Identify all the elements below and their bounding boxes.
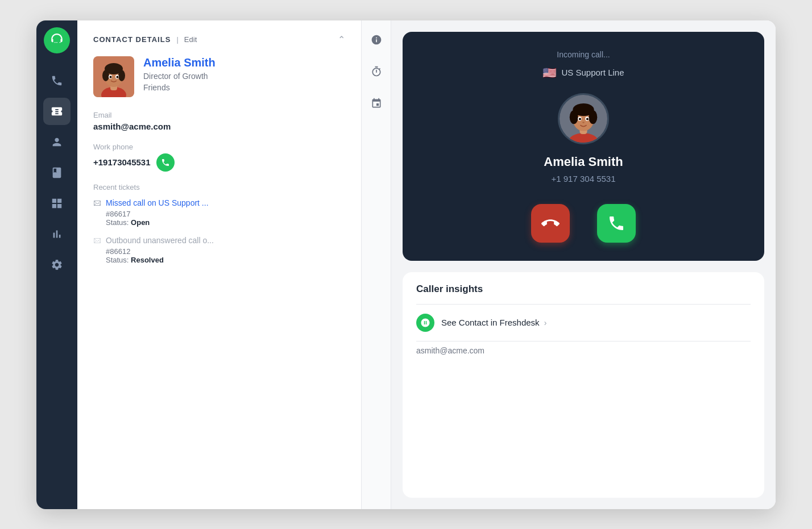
contact-panel-header: CONTACT DETAILS | Edit ⌃ — [93, 34, 345, 45]
svg-point-6 — [118, 70, 125, 81]
ticket-title-1[interactable]: Missed call on US Support ... — [106, 198, 209, 207]
call-avatar — [558, 93, 609, 144]
see-contact-chevron: › — [544, 318, 547, 327]
call-avatar-image — [560, 93, 607, 144]
ticket-number-1: #86617 — [106, 210, 345, 218]
work-phone-section: Work phone +19173045531 — [93, 143, 345, 172]
ticket-title-row-1: 🖂 Missed call on US Support ... — [93, 198, 345, 207]
recent-tickets-section: Recent tickets 🖂 Missed call on US Suppo… — [93, 183, 345, 264]
caller-insights-card: Caller insights See Contact in Freshdesk… — [403, 272, 764, 498]
call-button[interactable] — [156, 153, 175, 172]
email-section: Email asmith@acme.com — [93, 111, 345, 131]
contact-panel: CONTACT DETAILS | Edit ⌃ — [77, 20, 362, 509]
contact-role: Director of Growth — [143, 72, 216, 81]
svg-point-17 — [589, 110, 597, 124]
svg-point-16 — [570, 110, 578, 124]
freshdesk-logo-icon — [420, 318, 430, 328]
contact-panel-title: CONTACT DETAILS — [93, 35, 171, 44]
contact-name-area: Amelia Smith Director of Growth Friends — [143, 56, 216, 92]
incoming-text: Incoming call... — [557, 50, 610, 59]
ticket-item-1: 🖂 Missed call on US Support ... #86617 S… — [93, 198, 345, 227]
contact-panel-divider: | — [176, 35, 178, 44]
ticket-title-row-2: 🖂 Outbound unanswered call o... — [93, 236, 345, 245]
support-line-row: 🇺🇸 US Support Line — [542, 66, 624, 80]
book-icon — [51, 166, 63, 179]
grid-icon — [51, 197, 63, 210]
work-phone-label: Work phone — [93, 143, 345, 151]
timer-tool[interactable] — [366, 61, 387, 82]
sidebar-item-settings[interactable] — [43, 251, 71, 278]
email-value: asmith@acme.com — [93, 122, 345, 131]
headset-icon — [49, 33, 64, 48]
ticket-status-row-1: Status: Open — [106, 218, 345, 227]
phone-icon — [51, 74, 63, 87]
see-contact-row[interactable]: See Contact in Freshdesk › — [416, 314, 751, 332]
ticket-icon — [51, 105, 63, 118]
ticket-status-row-2: Status: Resolved — [106, 256, 345, 264]
ticket-icon-2: 🖂 — [93, 236, 101, 245]
ticket-status-1: Open — [131, 218, 150, 227]
logo[interactable] — [44, 27, 70, 53]
email-label: Email — [93, 111, 345, 119]
call-card: Incoming call... 🇺🇸 US Support Line — [403, 32, 764, 261]
info-icon — [371, 34, 382, 45]
insights-divider — [416, 304, 751, 305]
see-contact-text: See Contact in Freshdesk › — [441, 318, 546, 327]
contact-avatar — [93, 56, 134, 97]
ticket-status-2: Resolved — [131, 256, 164, 264]
ticket-item-2: 🖂 Outbound unanswered call o... #86612 S… — [93, 236, 345, 264]
svg-point-10 — [117, 76, 119, 78]
collapse-icon[interactable]: ⌃ — [338, 34, 345, 45]
caller-insights-title: Caller insights — [416, 284, 751, 295]
analytics-icon — [51, 228, 63, 240]
calendar-icon — [371, 98, 382, 109]
call-contact-name: Amelia Smith — [544, 155, 623, 169]
flag-emoji: 🇺🇸 — [542, 66, 557, 80]
sidebar-nav — [36, 67, 77, 278]
insights-email: asmith@acme.com — [416, 341, 751, 355]
work-phone-value: +19173045531 — [93, 157, 151, 167]
svg-point-21 — [586, 118, 589, 120]
see-contact-label: See Contact in Freshdesk — [441, 318, 540, 327]
timer-icon — [371, 66, 382, 77]
avatar-image — [93, 56, 134, 97]
tools-sidebar — [362, 20, 391, 509]
settings-icon — [51, 259, 63, 271]
svg-point-5 — [102, 70, 109, 81]
sidebar-item-tickets[interactable] — [43, 98, 71, 125]
sidebar — [36, 20, 77, 509]
calendar-tool[interactable] — [366, 93, 387, 114]
info-tool[interactable] — [366, 30, 387, 50]
reject-icon — [541, 214, 560, 232]
ticket-title-2[interactable]: Outbound unanswered call o... — [106, 236, 214, 245]
sidebar-item-reports[interactable] — [43, 190, 71, 217]
call-panel: Incoming call... 🇺🇸 US Support Line — [391, 20, 776, 509]
contacts-icon — [51, 136, 63, 148]
contact-company: Friends — [143, 83, 216, 92]
contact-name: Amelia Smith — [143, 56, 216, 69]
app-container: CONTACT DETAILS | Edit ⌃ — [36, 20, 776, 509]
reject-call-button[interactable] — [531, 204, 570, 243]
svg-point-22 — [582, 122, 585, 123]
phone-call-icon — [161, 158, 170, 167]
sidebar-item-analytics[interactable] — [43, 220, 71, 248]
sidebar-item-contacts[interactable] — [43, 128, 71, 156]
ticket-number-2: #86612 — [106, 247, 345, 256]
accept-icon — [607, 214, 625, 232]
sidebar-item-home[interactable] — [43, 67, 71, 94]
svg-point-20 — [579, 118, 581, 120]
recent-tickets-label: Recent tickets — [93, 183, 345, 191]
ticket-icon-1: 🖂 — [93, 198, 101, 207]
contact-info-row: Amelia Smith Director of Growth Friends — [93, 56, 345, 97]
svg-point-9 — [110, 76, 112, 78]
contact-panel-title-row: CONTACT DETAILS | Edit — [93, 35, 197, 44]
freshdesk-icon — [416, 314, 434, 332]
edit-link[interactable]: Edit — [184, 35, 197, 44]
call-phone: +1 917 304 5531 — [551, 174, 615, 184]
accept-call-button[interactable] — [597, 204, 636, 243]
sidebar-item-knowledge[interactable] — [43, 159, 71, 186]
call-actions — [531, 204, 636, 243]
support-line-text: US Support Line — [561, 68, 624, 77]
work-phone-row: +19173045531 — [93, 153, 345, 172]
